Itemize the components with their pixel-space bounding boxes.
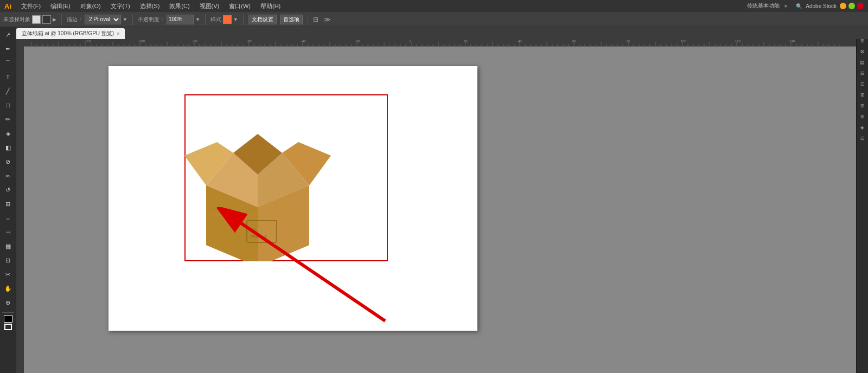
titlebar-right: 传统基本功能 ▼ 🔍 Adobe Stock: [747, 2, 864, 10]
panel-btn-11[interactable]: ◈: [858, 123, 867, 132]
right-panel: ≡ ◉ ⊞ ⊠ ▤ ⊟ ⊡ ⊞ ⊞ ⊞ ◈ ⊡: [856, 12, 868, 373]
curvature-tool-button[interactable]: ⌒: [2, 56, 15, 69]
svg-text:-40: -40: [301, 40, 306, 43]
opacity-input[interactable]: [167, 15, 194, 24]
pen-tool-button[interactable]: ✒: [2, 42, 15, 55]
svg-text:20: 20: [464, 40, 468, 43]
panel-btn-8[interactable]: ⊞: [858, 90, 867, 100]
svg-text:120: 120: [735, 40, 741, 43]
stroke-swatch[interactable]: [42, 15, 51, 24]
svg-text:FRAGILE: FRAGILE: [251, 235, 267, 239]
ruler-corner: [16, 39, 24, 47]
panel-btn-5[interactable]: ▤: [858, 57, 867, 67]
menu-file[interactable]: 文件(F): [19, 2, 43, 10]
stroke-color-swatch[interactable]: [4, 324, 12, 330]
fill-swatch[interactable]: [32, 15, 41, 24]
more-icon[interactable]: ≫: [324, 16, 331, 23]
paintbucket-tool-button[interactable]: ◈: [2, 127, 15, 140]
hand-tool-button[interactable]: ✋: [2, 282, 15, 295]
style-group: 样式 ▼: [210, 15, 238, 24]
menu-object[interactable]: 对象(O): [78, 2, 103, 10]
ruler-left-svg: [16, 47, 24, 373]
rect-tool-button[interactable]: □: [2, 99, 15, 112]
eyedropper-tool-button[interactable]: ⊘: [2, 155, 15, 168]
svg-text:-100: -100: [138, 40, 145, 43]
title-bar: Ai 文件(F) 编辑(E) 对象(O) 文字(T) 选择(S) 效果(C) 视…: [0, 0, 868, 12]
menu-type[interactable]: 文字(T): [108, 2, 132, 10]
line-tool-button[interactable]: ╱: [2, 85, 15, 98]
zoom-tool-button[interactable]: ⊕: [2, 296, 15, 309]
svg-text:80: 80: [627, 40, 630, 43]
divider-5: [308, 14, 308, 25]
rotate-tool-button[interactable]: ↺: [2, 183, 15, 196]
doc-setup-button[interactable]: 文档设置: [248, 15, 277, 24]
box-container: ⚠ FRAGILE: [163, 99, 407, 288]
adobe-stock[interactable]: Adobe Stock: [806, 3, 837, 9]
artboard-tool-button[interactable]: ⊡: [2, 254, 15, 267]
menu-select[interactable]: 选择(S): [138, 2, 162, 10]
svg-text:-80: -80: [193, 40, 197, 43]
pencil-tool-button[interactable]: ✏: [2, 113, 15, 126]
svg-rect-165: [16, 47, 24, 373]
stroke-label: 描边：: [67, 16, 83, 23]
stroke-chevron: ▼: [123, 17, 127, 22]
direct-selection-tool-button[interactable]: ↗: [2, 28, 15, 41]
panel-btn-9[interactable]: ⊞: [858, 101, 867, 111]
svg-text:⚠: ⚠: [252, 227, 257, 233]
warp-tool-button[interactable]: ⌣: [2, 211, 15, 224]
ruler-left: [16, 47, 24, 373]
divider-3: [205, 14, 206, 25]
divider-2: [132, 14, 133, 25]
panel-btn-10[interactable]: ⊞: [858, 112, 867, 121]
style-swatch[interactable]: [223, 15, 232, 24]
opacity-chevron: ▼: [195, 17, 200, 22]
preset-label: 传统基本功能: [747, 2, 780, 10]
titlebar-left: Ai 文件(F) 编辑(E) 对象(O) 文字(T) 选择(S) 效果(C) 视…: [4, 2, 283, 10]
canvas-area[interactable]: /* ruler ticks rendered below */ -120-10…: [16, 39, 856, 373]
panel-btn-7[interactable]: ⊡: [858, 79, 867, 89]
slice-tool-button[interactable]: ✂: [2, 268, 15, 281]
menu-edit[interactable]: 编辑(E): [48, 2, 73, 10]
type-tool-button[interactable]: T: [2, 70, 15, 83]
minimize-button[interactable]: [840, 3, 846, 9]
gradient-tool-button[interactable]: ◧: [2, 141, 15, 154]
opacity-group: 不透明度： ▼: [138, 15, 200, 24]
object-label: 未选择对象: [3, 16, 30, 23]
blend-tool-button[interactable]: ∞: [2, 169, 15, 182]
menu-help[interactable]: 帮助(H): [258, 2, 283, 10]
stroke-dropdown[interactable]: 2 Pt oval: [85, 15, 121, 24]
arrange-icon[interactable]: ⊟: [313, 16, 318, 23]
object-label-group: 未选择对象 ▶: [3, 15, 56, 24]
cardboard-box-svg: ⚠ FRAGILE: [163, 99, 347, 261]
scale-tool-button[interactable]: ⊞: [2, 197, 15, 210]
menu-window[interactable]: 窗口(W): [227, 2, 253, 10]
file-tab[interactable]: 立体纸箱.ai @ 100% (RGB/GPU 预览) ×: [16, 28, 125, 39]
top-toolbar: 未选择对象 ▶ 描边： 2 Pt oval ▼ 不透明度： ▼ 样式 ▼ 文档设…: [0, 12, 868, 27]
svg-text:60: 60: [572, 40, 576, 43]
svg-text:-20: -20: [355, 40, 360, 43]
color-tools-divider: [2, 312, 14, 330]
close-button[interactable]: [857, 3, 864, 9]
panel-btn-6[interactable]: ⊟: [858, 68, 867, 78]
width-tool-button[interactable]: ⊣: [2, 226, 15, 239]
artboard: ⚠ FRAGILE: [108, 66, 477, 331]
menu-effect[interactable]: 效果(C): [167, 2, 192, 10]
fill-color-swatch[interactable]: [4, 315, 12, 323]
panel-btn-4[interactable]: ⊠: [858, 47, 867, 56]
style-label: 样式: [210, 16, 221, 23]
left-toolbar: ▶ ↗ ✒ ⌒ T ╱ □ ✏ ◈ ◧ ⊘ ∞ ↺ ⊞ ⌣ ⊣ ▦ ⊡ ✂ ✋ …: [0, 12, 16, 373]
divider-1: [61, 14, 62, 25]
graph-tool-button[interactable]: ▦: [2, 240, 15, 253]
window-controls: [840, 3, 864, 9]
menu-view[interactable]: 视图(V): [197, 2, 222, 10]
svg-text:-120: -120: [84, 40, 91, 43]
tab-close-button[interactable]: ×: [117, 31, 119, 36]
divider-4: [243, 14, 244, 25]
maximize-button[interactable]: [848, 3, 855, 9]
panel-btn-12[interactable]: ⊡: [858, 133, 867, 143]
preferences-button[interactable]: 首选项: [280, 15, 303, 24]
opacity-label: 不透明度：: [138, 16, 165, 23]
stroke-arrow: ▶: [53, 17, 56, 22]
tab-filename: 立体纸箱.ai @ 100% (RGB/GPU 预览): [22, 30, 114, 37]
search-icon: 🔍: [796, 3, 802, 9]
